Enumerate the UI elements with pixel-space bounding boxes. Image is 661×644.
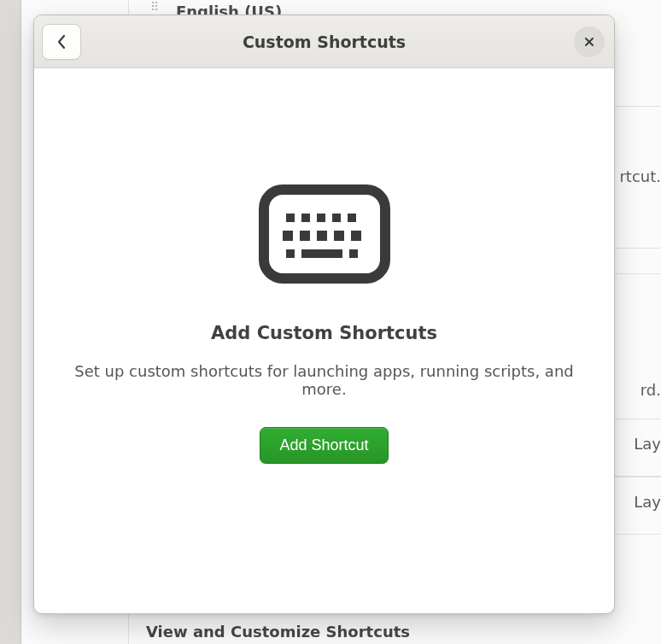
empty-state-description: Set up custom shortcuts for launching ap… <box>60 362 588 398</box>
add-shortcut-button[interactable]: Add Shortcut <box>260 427 388 464</box>
drag-handle-icon: ⠿ <box>150 3 160 10</box>
svg-rect-4 <box>332 214 341 222</box>
dialog-title: Custom Shortcuts <box>243 32 406 51</box>
svg-rect-6 <box>283 231 293 241</box>
bg-text-fragment: rtcut. <box>619 167 661 185</box>
chevron-left-icon <box>56 33 67 50</box>
sidebar-rail <box>0 0 21 644</box>
custom-shortcuts-dialog: Custom Shortcuts <box>33 15 615 614</box>
svg-rect-12 <box>301 249 342 258</box>
svg-rect-11 <box>286 249 295 258</box>
bg-text-fragment: Lay <box>634 493 661 511</box>
dialog-header: Custom Shortcuts <box>34 15 614 68</box>
close-icon <box>583 36 595 48</box>
dialog-body: Add Custom Shortcuts Set up custom short… <box>34 68 614 613</box>
svg-rect-2 <box>301 214 310 222</box>
bg-text-fragment: Lay <box>634 435 661 453</box>
svg-rect-1 <box>286 214 295 222</box>
close-button[interactable] <box>574 26 605 57</box>
svg-rect-7 <box>300 231 310 241</box>
section-title: View and Customize Shortcuts <box>146 623 410 641</box>
empty-state-heading: Add Custom Shortcuts <box>211 323 437 343</box>
bg-text-fragment: rd. <box>641 381 661 399</box>
back-button[interactable] <box>42 24 81 60</box>
svg-rect-5 <box>348 214 356 222</box>
svg-rect-3 <box>317 214 325 222</box>
svg-rect-9 <box>334 231 344 241</box>
svg-rect-10 <box>351 231 361 241</box>
keyboard-icon <box>259 184 390 287</box>
svg-rect-13 <box>349 249 358 258</box>
svg-rect-8 <box>317 231 327 241</box>
